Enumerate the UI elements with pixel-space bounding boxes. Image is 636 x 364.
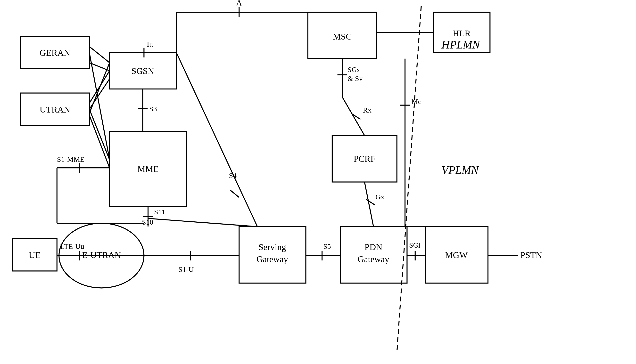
hplmn-label: HPLMN [441, 38, 480, 51]
s11-label: S11 [154, 208, 165, 216]
geran-sgsn-line1 [89, 46, 110, 63]
serving-gw-label2: Gateway [257, 254, 288, 264]
sgs-sv-label1: SGs [347, 66, 360, 74]
s5-label: S5 [323, 242, 331, 250]
pcrf-pdn-gx [364, 182, 373, 226]
hplmn-vplmn-border [397, 6, 421, 352]
s4-label: S4 [229, 172, 237, 180]
mgw-label: MGW [445, 250, 468, 260]
sgi-label: SGi [409, 241, 420, 249]
rx-tick [352, 114, 361, 119]
gx-tick [366, 199, 375, 205]
s10-label: S10 [142, 218, 153, 226]
a-label: A [236, 0, 242, 8]
mc-label: Mc [412, 98, 421, 106]
lte-uu-label: LTE-Uu [60, 242, 84, 250]
gx-label: Gx [375, 193, 384, 201]
utran-label: UTRAN [40, 104, 70, 114]
ue-label: UE [29, 250, 41, 260]
diagram-container: text { font-family: 'Times New Roman', T… [0, 0, 636, 364]
pstn-label: PSTN [520, 250, 542, 260]
iu-label: Iu [147, 40, 153, 48]
pdn-gw-label2: Gateway [358, 254, 389, 264]
msc-label: MSC [333, 32, 352, 42]
hlr-label: HLR [453, 28, 471, 38]
pcrf-label: PCRF [354, 154, 375, 164]
s1-mme-label: S1-MME [57, 155, 85, 163]
pdn-gw-label1: PDN [364, 242, 382, 252]
vplmn-label: VPLMN [441, 164, 479, 176]
msc-pcrf-rx [342, 97, 365, 135]
rx-label: Rx [363, 106, 371, 114]
serving-gw-label1: Serving [258, 242, 286, 252]
s4-tick [230, 190, 239, 198]
s3-label: S3 [149, 105, 157, 113]
utran-mme-line2 [89, 109, 110, 160]
sgs-sv-label2: & Sv [347, 74, 363, 82]
sgsn-label: SGSN [131, 66, 154, 76]
s1-u-label: S1-U [178, 265, 194, 273]
mme-label: MME [137, 164, 159, 174]
eutran-label: E-UTRAN [82, 250, 121, 260]
s4-diagonal [176, 52, 257, 226]
s11-servgw [148, 218, 255, 226]
geran-label: GERAN [40, 48, 70, 58]
